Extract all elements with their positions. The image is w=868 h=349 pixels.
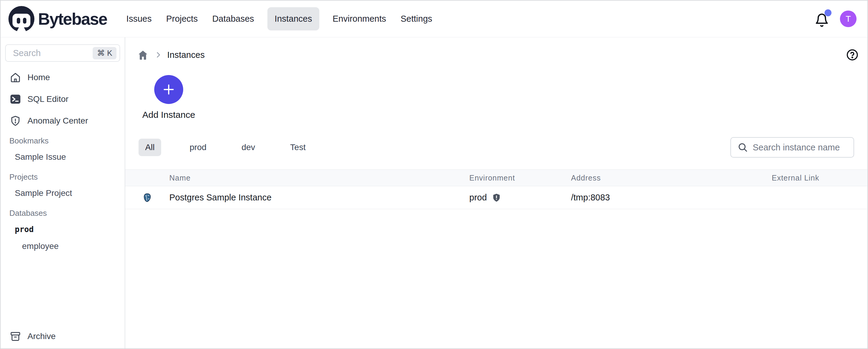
- tab-test[interactable]: Test: [283, 139, 312, 156]
- sidebar: ⌘ K Home SQL Editor: [1, 37, 125, 348]
- add-instance-block: Add Instance: [125, 75, 199, 120]
- notifications-button[interactable]: [814, 11, 829, 27]
- nav-item-instances[interactable]: Instances: [268, 7, 319, 30]
- help-icon[interactable]: [846, 48, 859, 61]
- sidebar-item-archive[interactable]: Archive: [5, 330, 120, 343]
- table-row[interactable]: Postgres Sample Instance prod /tmp:8083: [125, 186, 867, 209]
- shield-icon: [492, 193, 501, 203]
- sidebar-search-input[interactable]: [13, 48, 93, 58]
- instances-table: Name Environment Address External Link: [125, 169, 867, 209]
- terminal-icon: [10, 94, 21, 105]
- nav-item-issues[interactable]: Issues: [125, 7, 153, 30]
- bytebase-app-window: Bytebase Issues Projects Databases Insta…: [0, 0, 868, 349]
- shield-alert-icon: [10, 115, 21, 126]
- project-sample-project[interactable]: Sample Project: [5, 186, 120, 200]
- section-title: Bookmarks: [5, 135, 120, 147]
- section-title: Projects: [5, 171, 120, 183]
- breadcrumb: Instances: [125, 48, 867, 62]
- instance-address: /tmp:8083: [571, 193, 772, 203]
- sidebar-item-label: Home: [28, 73, 50, 82]
- column-header-name: Name: [169, 174, 469, 182]
- environment-tabs: All prod dev Test: [138, 139, 312, 156]
- instance-environment: prod: [469, 193, 571, 203]
- add-instance-label[interactable]: Add Instance: [138, 110, 199, 120]
- tab-prod[interactable]: prod: [183, 139, 213, 156]
- brand-wordmark: Bytebase: [38, 9, 107, 29]
- archive-icon: [10, 331, 21, 342]
- instance-filter-row: All prod dev Test: [125, 137, 867, 158]
- unread-notification-dot: [825, 9, 832, 16]
- nav-item-settings[interactable]: Settings: [399, 7, 433, 30]
- table-header: Name Environment Address External Link: [125, 169, 867, 186]
- bytebase-logo[interactable]: Bytebase: [8, 6, 107, 32]
- main-content: Instances Add Instance: [125, 37, 867, 348]
- database-tree-db-employee[interactable]: employee: [5, 240, 120, 253]
- environment-value: prod: [469, 193, 487, 203]
- sidebar-item-label: Anomaly Center: [28, 116, 88, 126]
- column-header-environment: Environment: [469, 174, 571, 182]
- breadcrumb-current: Instances: [167, 50, 205, 60]
- postgresql-icon: [143, 193, 152, 203]
- add-instance-button[interactable]: [154, 75, 183, 104]
- instance-search-input[interactable]: [753, 143, 848, 152]
- search-shortcut-badge: ⌘ K: [93, 47, 117, 59]
- column-header-address: Address: [571, 174, 772, 182]
- tab-all[interactable]: All: [138, 139, 161, 156]
- sidebar-section-databases: Databases prod employee: [5, 207, 120, 253]
- sidebar-search[interactable]: ⌘ K: [5, 44, 120, 62]
- sidebar-section-bookmarks: Bookmarks Sample Issue: [5, 135, 120, 164]
- primary-nav: Issues Projects Databases Instances Envi…: [125, 7, 434, 30]
- home-icon: [10, 72, 21, 83]
- tab-dev[interactable]: dev: [235, 139, 262, 156]
- sidebar-item-home[interactable]: Home: [5, 71, 120, 84]
- nav-item-databases[interactable]: Databases: [211, 7, 255, 30]
- navbar-right: T: [814, 10, 857, 27]
- top-navbar: Bytebase Issues Projects Databases Insta…: [1, 1, 867, 37]
- sidebar-section-projects: Projects Sample Project: [5, 171, 120, 200]
- sidebar-item-sql-editor[interactable]: SQL Editor: [5, 93, 120, 106]
- plus-icon: [162, 83, 175, 96]
- sidebar-item-label: SQL Editor: [28, 94, 68, 104]
- search-icon: [738, 142, 748, 152]
- sidebar-item-anomaly-center[interactable]: Anomaly Center: [5, 114, 120, 128]
- home-icon[interactable]: [137, 49, 149, 61]
- instance-search[interactable]: [731, 137, 854, 158]
- section-title: Databases: [5, 207, 120, 219]
- chevron-right-icon: [154, 50, 163, 59]
- column-header-external-link: External Link: [772, 174, 867, 182]
- sidebar-nav: Home SQL Editor Anomal: [5, 71, 120, 128]
- bookmark-sample-issue[interactable]: Sample Issue: [5, 150, 120, 164]
- sidebar-footer: Archive: [5, 330, 120, 345]
- nav-item-projects[interactable]: Projects: [165, 7, 199, 30]
- user-avatar[interactable]: T: [840, 10, 857, 27]
- sidebar-item-label: Archive: [28, 331, 56, 341]
- database-tree-env-prod[interactable]: prod: [5, 223, 120, 236]
- bytebase-logo-icon: [8, 6, 34, 32]
- instance-name[interactable]: Postgres Sample Instance: [169, 193, 469, 203]
- nav-item-environments[interactable]: Environments: [331, 7, 387, 30]
